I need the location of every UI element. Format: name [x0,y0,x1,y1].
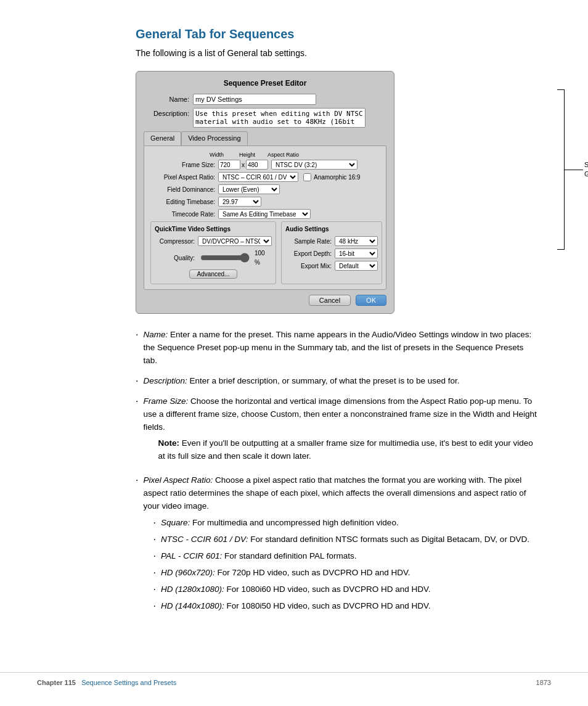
sample-rate-label: Sample Rate: [285,237,335,246]
name-row: Name: [144,94,386,105]
export-mix-row: Export Mix: Default [285,261,378,271]
sub-text-hd1440: For 1080i50 HD video, such as DVCPRO HD … [224,601,431,610]
frame-size-row: Frame Size: x NTSC DV (3:2) [150,160,380,170]
col-height-header: Height [239,151,264,160]
export-mix-label: Export Mix: [285,261,335,271]
frame-height-input[interactable] [246,160,268,170]
tab-content: Width Height Aspect Ratio Frame Size: x … [144,146,386,290]
frame-size-label: Frame Size: [150,160,218,170]
footer-chapter: Chapter 115 [37,679,76,686]
compressor-select[interactable]: DV/DVCPRO – NTSC [198,236,272,246]
bullet-term-description: Description: [143,376,187,385]
name-label: Name: [144,94,193,105]
sub-bullet-ntsc: · NTSC - CCIR 601 / DV: For standard def… [153,533,539,546]
bullet-text-description: Enter a brief description, or summary, o… [187,376,460,385]
col-width-header: Width [210,151,234,160]
sample-rate-select[interactable]: 48 kHz [335,236,378,246]
sub-bullet-hd1440: · HD (1440x1080): For 1080i50 HD video, … [153,600,539,613]
sub-bullet-square: · Square: For multimedia and uncompresse… [153,517,539,530]
timecode-rate-select[interactable]: Same As Editing Timebase [218,209,311,219]
bullet-content-pixel-aspect: Pixel Aspect Ratio: Choose a pixel aspec… [143,474,539,616]
page-footer: Chapter 115 Sequence Settings and Preset… [0,672,588,688]
editing-timebase-select[interactable]: 29.97 [218,197,261,207]
anamorphic-checkbox[interactable] [303,173,311,181]
pixel-aspect-label: Pixel Aspect Ratio: [150,173,218,182]
qt-video-title: QuickTime Video Settings [155,224,272,234]
dialog-title: Sequence Preset Editor [144,78,386,89]
two-groups: QuickTime Video Settings Compressor: DV/… [150,221,380,284]
bullet-list: · Name: Enter a name for the preset. Thi… [136,329,539,617]
sub-content-hd1440: HD (1440x1080): For 1080i50 HD video, su… [161,600,431,613]
sub-text-hd960: For 720p HD video, such as DVCPRO HD and… [215,568,410,577]
name-input[interactable] [193,94,316,105]
cancel-button[interactable]: Cancel [309,295,351,306]
bullet-name: · Name: Enter a name for the preset. Thi… [136,329,539,367]
sub-dot-pal: · [153,551,155,561]
tab-general[interactable]: General [144,131,181,146]
audio-settings-title: Audio Settings [285,224,378,234]
page: General Tab for Sequences The following … [0,0,588,706]
sub-content-hd960: HD (960x720): For 720p HD video, such as… [161,567,410,580]
note-term: Note: [158,438,179,448]
tabs-row: General Video Processing [144,131,386,146]
frame-width-input[interactable] [218,160,240,170]
pixel-aspect-select[interactable]: NTSC – CCIR 601 / DV (... [218,172,298,182]
dialog-wrapper: Settings in the General tab Sequence Pre… [136,71,539,314]
sub-bullet-pal: · PAL - CCIR 601: For standard definitio… [153,550,539,563]
bullet-dot-pixel-aspect: · [136,475,138,485]
bullet-dot-framesize: · [136,396,138,406]
bullet-description: · Description: Enter a brief description… [136,375,539,388]
sub-content-pal: PAL - CCIR 601: For standard definition … [161,550,357,563]
bullet-framesize: · Frame Size: Choose the horizontal and … [136,395,539,467]
bullet-term-framesize: Frame Size: [143,396,188,406]
sub-term-hd960: HD (960x720): [161,568,215,577]
timecode-rate-label: Timecode Rate: [150,210,218,219]
field-dominance-label: Field Dominance: [150,185,218,194]
advanced-button[interactable]: Advanced... [189,269,238,279]
bullet-dot-name: · [136,330,138,340]
sub-dot-hd1440: · [153,601,155,611]
quality-pct: 100 % [255,248,272,267]
page-title: General Tab for Sequences [136,25,539,43]
footer-left: Chapter 115 Sequence Settings and Preset… [37,678,176,688]
quality-slider[interactable] [200,255,250,260]
sample-rate-row: Sample Rate: 48 kHz [285,236,378,246]
anamorphic-label: Anamorphic 16:9 [314,173,361,182]
bullet-term-name: Name: [143,330,168,339]
frame-aspect-select[interactable]: NTSC DV (3:2) [271,160,357,170]
sub-term-ntsc: NTSC - CCIR 601 / DV: [161,535,248,544]
sub-text-hd1280: For 1080i60 HD video, such as DVCPRO HD … [224,585,431,594]
compressor-row: Compressor: DV/DVCPRO – NTSC [155,236,272,246]
export-mix-select[interactable]: Default [335,261,378,271]
description-input[interactable]: Use this preset when editing with DV NTS… [193,108,365,128]
bullet-content-name: Name: Enter a name for the preset. This … [143,329,539,367]
sub-content-square: Square: For multimedia and uncompressed … [161,517,399,530]
export-depth-label: Export Depth: [285,249,335,258]
note-text: Even if you'll be outputting at a smalle… [158,438,533,461]
sub-term-hd1440: HD (1440x1080): [161,601,224,610]
sub-bullet-hd1280: · HD (1280x1080): For 1080i60 HD video, … [153,583,539,596]
callout-bracket [557,89,565,250]
sub-term-square: Square: [161,518,190,527]
tab-video-processing[interactable]: Video Processing [181,131,247,146]
dialog-buttons: Cancel OK [144,295,386,306]
sub-content-ntsc: NTSC - CCIR 601 / DV: For standard defin… [161,533,529,546]
timecode-rate-row: Timecode Rate: Same As Editing Timebase [150,209,380,219]
sub-bullet-hd960: · HD (960x720): For 720p HD video, such … [153,567,539,580]
sub-content-hd1280: HD (1280x1080): For 1080i60 HD video, su… [161,583,431,596]
ok-button[interactable]: OK [356,295,386,306]
compressor-label: Compressor: [155,237,198,246]
dialog-box: Sequence Preset Editor Name: Description… [136,71,394,314]
footer-chapter-title: Sequence Settings and Presets [81,679,176,686]
sub-term-pal: PAL - CCIR 601: [161,551,222,560]
bullet-dot-description: · [136,376,138,386]
bullet-content-description: Description: Enter a brief description, … [143,375,539,388]
bullet-text-name: Enter a name for the preset. This name a… [143,330,531,365]
editing-timebase-label: Editing Timebase: [150,197,218,207]
bullet-pixel-aspect: · Pixel Aspect Ratio: Choose a pixel asp… [136,474,539,616]
export-depth-select[interactable]: 16-bit [335,248,378,258]
sub-text-ntsc: For standard definition NTSC formats suc… [248,535,529,544]
description-label: Description: [144,108,193,119]
bullet-term-pixel-aspect: Pixel Aspect Ratio: [143,475,213,485]
field-dominance-select[interactable]: Lower (Even) [218,184,280,194]
